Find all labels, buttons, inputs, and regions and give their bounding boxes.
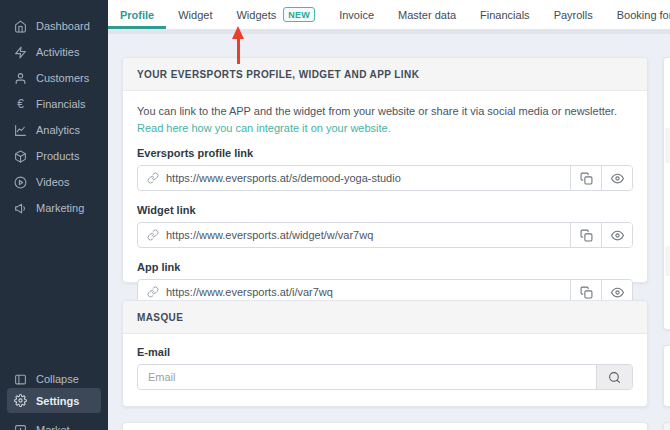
sidebar-item-marketing[interactable]: Marketing (0, 195, 108, 221)
app-link-label: App link (137, 261, 633, 273)
email-label: E-mail (137, 346, 633, 358)
scroll-strip (108, 30, 670, 34)
app-link-input[interactable] (166, 286, 561, 298)
settings-content: YOUR EVERSPORTS PROFILE, WIDGET AND APP … (108, 30, 670, 430)
profile-link-input-group (137, 165, 633, 191)
right-column-section-header (665, 128, 670, 163)
right-column-card-partial (663, 345, 670, 407)
links-card: YOUR EVERSPORTS PROFILE, WIDGET AND APP … (122, 57, 648, 283)
tab-profile[interactable]: Profile (108, 0, 166, 29)
masque-card: MASQUE E-mail (122, 300, 648, 407)
widget-link-input-wrap (138, 223, 570, 247)
settings-tabbar: Profile Widget Widgets NEW Invoice Maste… (108, 0, 670, 30)
euro-icon: € (14, 98, 27, 111)
sidebar-item-market[interactable]: Market (0, 417, 108, 430)
tab-label: Invoice (339, 9, 374, 21)
tab-label: Profile (120, 9, 154, 21)
sidebar: Dashboard Activities Customers € Financi… (0, 0, 108, 430)
tab-widget[interactable]: Widget (166, 0, 224, 29)
next-card-partial (122, 422, 648, 430)
email-search-button[interactable] (596, 365, 632, 389)
tab-financials[interactable]: Financials (468, 0, 542, 29)
tab-label: Master data (398, 9, 456, 21)
sidebar-item-products[interactable]: Products (0, 143, 108, 169)
plus-square-icon (14, 424, 27, 430)
tab-label: Widgets (236, 9, 276, 21)
app-window: Dashboard Activities Customers € Financi… (0, 0, 670, 430)
sidebar-item-label: Customers (36, 72, 89, 84)
email-input-group (137, 364, 633, 390)
main-area: Profile Widget Widgets NEW Invoice Maste… (108, 0, 670, 430)
tab-label: Payrolls (554, 9, 593, 21)
sidebar-item-label: Analytics (36, 124, 80, 136)
arrow-tail (237, 37, 240, 64)
copy-icon (580, 286, 593, 299)
tab-invoice[interactable]: Invoice (327, 0, 386, 29)
collapse-panel-icon (14, 373, 27, 386)
play-circle-icon (14, 176, 27, 189)
eye-icon (611, 229, 624, 242)
profile-link-field: Eversports profile link (137, 147, 633, 191)
magnifier-icon (608, 371, 621, 384)
masque-card-header: MASQUE (123, 301, 647, 334)
sidebar-item-label: Dashboard (36, 20, 90, 32)
email-field-group: E-mail (137, 346, 633, 390)
copy-icon (580, 172, 593, 185)
widget-link-input[interactable] (166, 229, 561, 241)
sidebar-item-customers[interactable]: Customers (0, 65, 108, 91)
links-card-body: You can link to the APP and the widget f… (123, 91, 647, 317)
tab-payrolls[interactable]: Payrolls (542, 0, 605, 29)
sidebar-item-label: Collapse (36, 373, 79, 385)
new-badge: NEW (283, 7, 315, 22)
email-input-wrap (138, 365, 596, 389)
preview-widget-link-button[interactable] (601, 223, 632, 247)
home-icon (14, 20, 27, 33)
sidebar-item-videos[interactable]: Videos (0, 169, 108, 195)
sidebar-item-activities[interactable]: Activities (0, 39, 108, 65)
tab-label: Booking forms & offers (617, 9, 670, 21)
copy-profile-link-button[interactable] (570, 166, 601, 190)
megaphone-icon (14, 202, 27, 215)
sidebar-item-label: Financials (36, 98, 86, 110)
tab-booking-forms-offers[interactable]: Booking forms & offers (605, 0, 670, 29)
link-icon (147, 229, 159, 241)
preview-profile-link-button[interactable] (601, 166, 632, 190)
email-input[interactable] (148, 371, 587, 383)
copy-widget-link-button[interactable] (570, 223, 601, 247)
sidebar-item-dashboard[interactable]: Dashboard (0, 13, 108, 39)
copy-icon (580, 229, 593, 242)
profile-link-input[interactable] (166, 172, 561, 184)
integration-help-link[interactable]: Read here how you can integrate it on yo… (137, 122, 391, 134)
sidebar-item-label: Videos (36, 176, 69, 188)
right-column-section-header (665, 246, 670, 276)
gear-icon (14, 394, 27, 407)
intro-text: You can link to the APP and the widget f… (137, 103, 633, 136)
profile-link-label: Eversports profile link (137, 147, 633, 159)
profile-link-input-wrap (138, 166, 570, 190)
lightning-icon (14, 46, 27, 59)
tab-widgets[interactable]: Widgets NEW (224, 0, 327, 29)
sidebar-item-label: Activities (36, 46, 79, 58)
link-icon (147, 286, 159, 298)
link-icon (147, 172, 159, 184)
widget-link-input-group (137, 222, 633, 248)
widget-link-field: Widget link (137, 204, 633, 248)
right-column-card-partial (663, 422, 670, 430)
sidebar-item-settings[interactable]: Settings (7, 388, 101, 413)
sidebar-item-label: Marketing (36, 202, 84, 214)
sidebar-item-label: Market (36, 424, 70, 430)
tab-master-data[interactable]: Master data (386, 0, 468, 29)
sidebar-item-analytics[interactable]: Analytics (0, 117, 108, 143)
sidebar-nav: Dashboard Activities Customers € Financi… (0, 0, 108, 221)
sidebar-item-label: Products (36, 150, 79, 162)
package-icon (14, 150, 27, 163)
widget-link-label: Widget link (137, 204, 633, 216)
right-column-card-partial (663, 57, 670, 330)
intro-sentence: You can link to the APP and the widget f… (137, 105, 617, 117)
tab-label: Financials (480, 9, 530, 21)
sidebar-item-financials[interactable]: € Financials (0, 91, 108, 117)
eye-icon (611, 172, 624, 185)
masque-card-body: E-mail (123, 334, 647, 402)
sidebar-item-label: Settings (36, 395, 79, 407)
links-card-header: YOUR EVERSPORTS PROFILE, WIDGET AND APP … (123, 58, 647, 91)
